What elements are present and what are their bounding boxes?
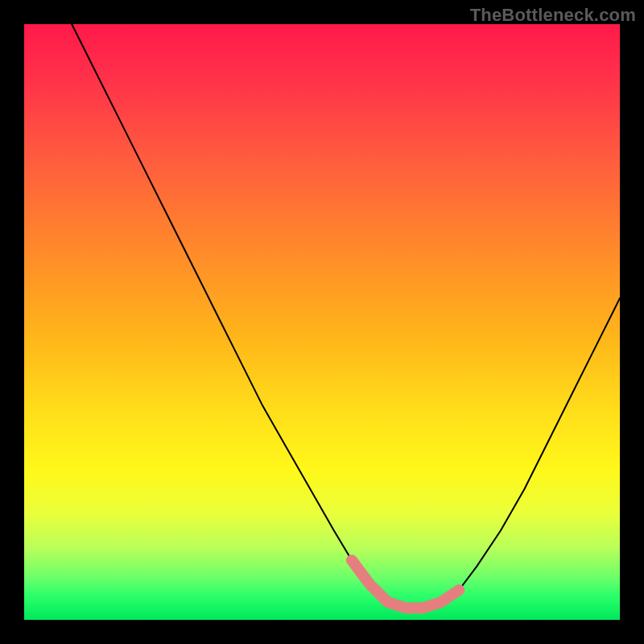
bottleneck-curve <box>72 24 620 608</box>
chart-container: TheBottleneck.com <box>0 0 644 644</box>
curve-layer <box>24 24 620 620</box>
plot-area <box>24 24 620 620</box>
watermark-label: TheBottleneck.com <box>470 5 636 26</box>
optimal-band-highlight <box>352 560 459 608</box>
